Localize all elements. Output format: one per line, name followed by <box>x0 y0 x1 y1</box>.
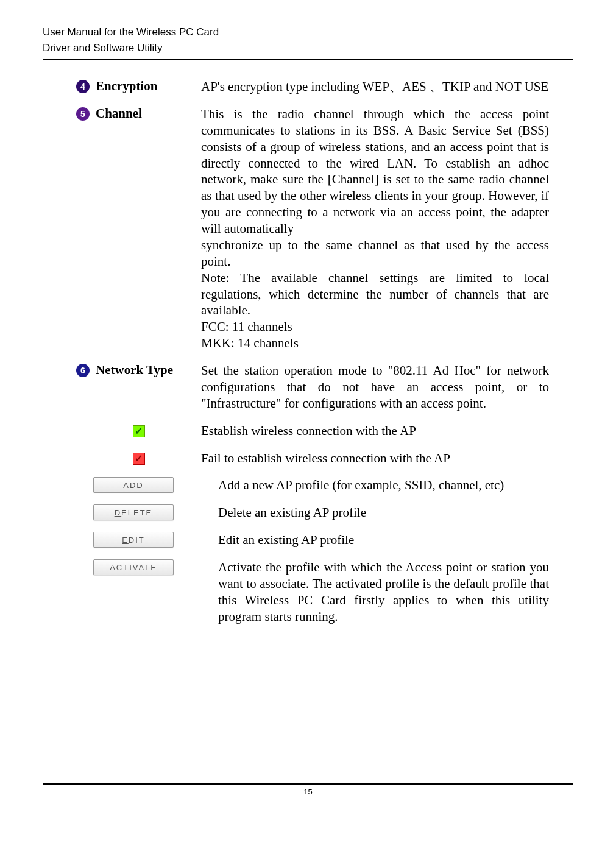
channel-note: Note: The available channel settings are… <box>201 271 549 318</box>
btn-cell-add: ADD <box>76 477 218 493</box>
row-edit: EDIT Edit an existing AP profile <box>76 532 549 548</box>
row-activate: ACTIVATE Activate the profile with which… <box>76 559 549 625</box>
label-cell-encryption: 4 Encryption <box>76 79 201 94</box>
btn-cell-delete: DELETE <box>76 504 218 520</box>
label-network-type: Network Type <box>96 363 173 378</box>
desc-channel: This is the radio channel through which … <box>201 106 549 352</box>
edit-button[interactable]: EDIT <box>93 532 174 548</box>
channel-desc-main: This is the radio channel through which … <box>201 107 549 236</box>
header-rule <box>43 59 573 60</box>
row-encryption: 4 Encryption AP's encryption type includ… <box>76 79 549 95</box>
channel-desc-sync: synchronize up to the same channel as th… <box>201 238 549 269</box>
page-footer: 15 <box>43 783 573 796</box>
label-channel: Channel <box>96 106 142 121</box>
bullet-4-icon: 4 <box>76 80 90 93</box>
label-encryption: Encryption <box>96 79 158 94</box>
content-area: 4 Encryption AP's encryption type includ… <box>43 79 573 625</box>
header-subtitle: Driver and Software Utility <box>43 40 573 56</box>
red-check-icon: ✓ <box>133 453 145 465</box>
desc-delete: Delete an existing AP profile <box>218 504 549 521</box>
row-red-check: ✓ Fail to establish wireless connection … <box>76 450 549 467</box>
row-channel: 5 Channel This is the radio channel thro… <box>76 106 549 352</box>
icon-cell-red-check: ✓ <box>76 450 201 465</box>
channel-fcc: FCC: 11 channels <box>201 319 292 335</box>
row-add: ADD Add a new AP profile (for example, S… <box>76 477 549 493</box>
green-check-icon: ✓ <box>133 425 145 437</box>
delete-button[interactable]: DELETE <box>93 504 174 520</box>
row-delete: DELETE Delete an existing AP profile <box>76 504 549 521</box>
page-header: User Manual for the Wireless PC Card Dri… <box>43 24 573 55</box>
row-green-check: ✓ Establish wireless connection with the… <box>76 423 549 439</box>
label-cell-network-type: 6 Network Type <box>76 363 201 378</box>
btn-cell-activate: ACTIVATE <box>76 559 218 575</box>
footer-rule <box>43 783 573 785</box>
desc-activate: Activate the profile with which the Acce… <box>218 559 549 625</box>
channel-mkk: MKK: 14 channels <box>201 335 299 352</box>
desc-green-check: Establish wireless connection with the A… <box>201 423 549 439</box>
label-cell-channel: 5 Channel <box>76 106 201 121</box>
add-button[interactable]: ADD <box>93 477 174 493</box>
desc-edit: Edit an existing AP profile <box>218 532 549 548</box>
bullet-5-icon: 5 <box>76 107 90 121</box>
row-network-type: 6 Network Type Set the station operation… <box>76 363 549 412</box>
desc-add: Add a new AP profile (for example, SSID,… <box>218 477 549 493</box>
desc-encryption: AP's encryption type including WEP、AES 、… <box>201 79 549 95</box>
desc-network-type: Set the station operation mode to "802.1… <box>201 363 549 412</box>
btn-cell-edit: EDIT <box>76 532 218 548</box>
activate-button[interactable]: ACTIVATE <box>93 559 174 575</box>
page-number: 15 <box>43 787 573 796</box>
icon-cell-green-check: ✓ <box>76 423 201 437</box>
header-title: User Manual for the Wireless PC Card <box>43 24 573 40</box>
bullet-6-icon: 6 <box>76 364 90 377</box>
desc-red-check: Fail to establish wireless connection wi… <box>201 450 549 467</box>
